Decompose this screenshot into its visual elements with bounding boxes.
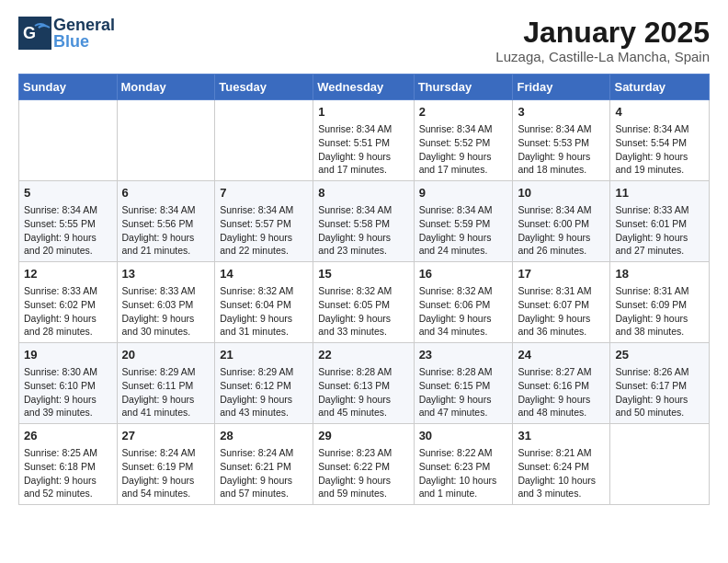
- calendar-cell: 19Sunrise: 8:30 AM Sunset: 6:10 PM Dayli…: [19, 343, 118, 424]
- svg-text:G: G: [23, 24, 36, 42]
- day-number: 2: [419, 104, 508, 121]
- day-number: 7: [220, 185, 308, 201]
- day-info: Sunrise: 8:30 AM Sunset: 6:10 PM Dayligh…: [24, 365, 112, 419]
- day-info: Sunrise: 8:34 AM Sunset: 5:59 PM Dayligh…: [419, 203, 508, 258]
- week-row-3: 12Sunrise: 8:33 AM Sunset: 6:02 PM Dayli…: [19, 262, 710, 343]
- weekday-header-monday: Monday: [117, 75, 215, 100]
- calendar-cell: 15Sunrise: 8:32 AM Sunset: 6:05 PM Dayli…: [313, 262, 414, 343]
- calendar-cell: 1Sunrise: 8:34 AM Sunset: 5:51 PM Daylig…: [313, 100, 414, 181]
- week-row-2: 5Sunrise: 8:34 AM Sunset: 5:55 PM Daylig…: [19, 181, 710, 262]
- day-number: 11: [615, 185, 704, 201]
- day-number: 10: [518, 185, 605, 201]
- day-info: Sunrise: 8:28 AM Sunset: 6:15 PM Dayligh…: [419, 365, 508, 419]
- day-info: Sunrise: 8:34 AM Sunset: 5:54 PM Dayligh…: [615, 122, 704, 177]
- calendar-cell: 12Sunrise: 8:33 AM Sunset: 6:02 PM Dayli…: [19, 262, 118, 343]
- day-number: 20: [122, 347, 210, 363]
- day-number: 22: [318, 347, 408, 363]
- day-number: 14: [220, 266, 308, 282]
- day-info: Sunrise: 8:33 AM Sunset: 6:02 PM Dayligh…: [24, 284, 112, 339]
- calendar-cell: 11Sunrise: 8:33 AM Sunset: 6:01 PM Dayli…: [610, 181, 710, 262]
- week-row-5: 26Sunrise: 8:25 AM Sunset: 6:18 PM Dayli…: [19, 423, 710, 504]
- calendar-subtitle: Luzaga, Castille-La Mancha, Spain: [495, 49, 710, 64]
- day-number: 26: [24, 428, 112, 444]
- logo-text-block: General Blue: [53, 17, 115, 50]
- day-info: Sunrise: 8:31 AM Sunset: 6:09 PM Dayligh…: [615, 284, 704, 339]
- calendar-cell: 31Sunrise: 8:21 AM Sunset: 6:24 PM Dayli…: [513, 423, 610, 504]
- weekday-header-thursday: Thursday: [414, 75, 513, 100]
- calendar-cell: 17Sunrise: 8:31 AM Sunset: 6:07 PM Dayli…: [513, 262, 610, 343]
- header: G General Blue January 2025 Luzaga, Cast…: [18, 17, 710, 64]
- calendar-cell: 2Sunrise: 8:34 AM Sunset: 5:52 PM Daylig…: [414, 100, 513, 181]
- day-number: 13: [122, 266, 210, 282]
- day-info: Sunrise: 8:34 AM Sunset: 5:53 PM Dayligh…: [518, 122, 605, 177]
- week-row-4: 19Sunrise: 8:30 AM Sunset: 6:10 PM Dayli…: [19, 343, 710, 424]
- day-number: 6: [122, 185, 210, 201]
- calendar-cell: 9Sunrise: 8:34 AM Sunset: 5:59 PM Daylig…: [414, 181, 513, 262]
- day-info: Sunrise: 8:27 AM Sunset: 6:16 PM Dayligh…: [518, 365, 605, 419]
- day-number: 30: [419, 428, 508, 444]
- day-number: 27: [122, 428, 210, 444]
- calendar-cell: 8Sunrise: 8:34 AM Sunset: 5:58 PM Daylig…: [313, 181, 414, 262]
- weekday-header-wednesday: Wednesday: [313, 75, 414, 100]
- day-number: 16: [419, 266, 508, 282]
- day-info: Sunrise: 8:34 AM Sunset: 6:00 PM Dayligh…: [518, 203, 605, 258]
- calendar-cell: 21Sunrise: 8:29 AM Sunset: 6:12 PM Dayli…: [215, 343, 313, 424]
- calendar-cell: 3Sunrise: 8:34 AM Sunset: 5:53 PM Daylig…: [513, 100, 610, 181]
- day-info: Sunrise: 8:24 AM Sunset: 6:21 PM Dayligh…: [220, 446, 308, 500]
- day-number: 4: [615, 104, 704, 121]
- day-number: 15: [318, 266, 408, 282]
- day-number: 31: [518, 428, 605, 444]
- day-number: 9: [419, 185, 508, 201]
- calendar-cell: 27Sunrise: 8:24 AM Sunset: 6:19 PM Dayli…: [117, 423, 215, 504]
- day-info: Sunrise: 8:29 AM Sunset: 6:11 PM Dayligh…: [122, 365, 210, 419]
- day-info: Sunrise: 8:33 AM Sunset: 6:03 PM Dayligh…: [122, 284, 210, 339]
- weekday-header-tuesday: Tuesday: [215, 75, 313, 100]
- day-number: 8: [318, 185, 408, 201]
- calendar-cell: [19, 100, 118, 181]
- day-info: Sunrise: 8:34 AM Sunset: 5:58 PM Dayligh…: [318, 203, 408, 258]
- day-number: 18: [615, 266, 704, 282]
- day-info: Sunrise: 8:28 AM Sunset: 6:13 PM Dayligh…: [318, 365, 408, 419]
- calendar-cell: 30Sunrise: 8:22 AM Sunset: 6:23 PM Dayli…: [414, 423, 513, 504]
- day-info: Sunrise: 8:21 AM Sunset: 6:24 PM Dayligh…: [518, 446, 605, 500]
- day-info: Sunrise: 8:26 AM Sunset: 6:17 PM Dayligh…: [615, 365, 704, 419]
- day-info: Sunrise: 8:34 AM Sunset: 5:56 PM Dayligh…: [122, 203, 210, 258]
- day-number: 24: [518, 347, 605, 363]
- calendar-cell: 6Sunrise: 8:34 AM Sunset: 5:56 PM Daylig…: [117, 181, 215, 262]
- day-info: Sunrise: 8:34 AM Sunset: 5:55 PM Dayligh…: [24, 203, 112, 258]
- calendar-table: SundayMondayTuesdayWednesdayThursdayFrid…: [18, 74, 710, 505]
- logo-blue: Blue: [53, 33, 115, 50]
- weekday-header-row: SundayMondayTuesdayWednesdayThursdayFrid…: [19, 75, 710, 100]
- logo: G General Blue: [18, 17, 115, 50]
- calendar-cell: 5Sunrise: 8:34 AM Sunset: 5:55 PM Daylig…: [19, 181, 118, 262]
- calendar-cell: 14Sunrise: 8:32 AM Sunset: 6:04 PM Dayli…: [215, 262, 313, 343]
- logo-square: G: [18, 17, 51, 50]
- calendar-cell: [117, 100, 215, 181]
- day-info: Sunrise: 8:25 AM Sunset: 6:18 PM Dayligh…: [24, 446, 112, 500]
- weekday-header-sunday: Sunday: [19, 75, 118, 100]
- calendar-cell: 4Sunrise: 8:34 AM Sunset: 5:54 PM Daylig…: [610, 100, 710, 181]
- day-number: 25: [615, 347, 704, 363]
- calendar-title: January 2025: [495, 17, 710, 49]
- calendar-cell: 29Sunrise: 8:23 AM Sunset: 6:22 PM Dayli…: [313, 423, 414, 504]
- day-info: Sunrise: 8:34 AM Sunset: 5:57 PM Dayligh…: [220, 203, 308, 258]
- day-number: 28: [220, 428, 308, 444]
- calendar-cell: 20Sunrise: 8:29 AM Sunset: 6:11 PM Dayli…: [117, 343, 215, 424]
- day-info: Sunrise: 8:31 AM Sunset: 6:07 PM Dayligh…: [518, 284, 605, 339]
- calendar-cell: 25Sunrise: 8:26 AM Sunset: 6:17 PM Dayli…: [610, 343, 710, 424]
- calendar-cell: 16Sunrise: 8:32 AM Sunset: 6:06 PM Dayli…: [414, 262, 513, 343]
- day-info: Sunrise: 8:33 AM Sunset: 6:01 PM Dayligh…: [615, 203, 704, 258]
- day-info: Sunrise: 8:24 AM Sunset: 6:19 PM Dayligh…: [122, 446, 210, 500]
- calendar-cell: [610, 423, 710, 504]
- day-info: Sunrise: 8:22 AM Sunset: 6:23 PM Dayligh…: [419, 446, 508, 500]
- calendar-cell: 24Sunrise: 8:27 AM Sunset: 6:16 PM Dayli…: [513, 343, 610, 424]
- title-block: January 2025 Luzaga, Castille-La Mancha,…: [495, 17, 710, 64]
- day-info: Sunrise: 8:34 AM Sunset: 5:52 PM Dayligh…: [419, 122, 508, 177]
- calendar-cell: 26Sunrise: 8:25 AM Sunset: 6:18 PM Dayli…: [19, 423, 118, 504]
- calendar-cell: 13Sunrise: 8:33 AM Sunset: 6:03 PM Dayli…: [117, 262, 215, 343]
- calendar-cell: 22Sunrise: 8:28 AM Sunset: 6:13 PM Dayli…: [313, 343, 414, 424]
- day-info: Sunrise: 8:34 AM Sunset: 5:51 PM Dayligh…: [318, 122, 408, 177]
- day-info: Sunrise: 8:29 AM Sunset: 6:12 PM Dayligh…: [220, 365, 308, 419]
- day-number: 29: [318, 428, 408, 444]
- weekday-header-friday: Friday: [513, 75, 610, 100]
